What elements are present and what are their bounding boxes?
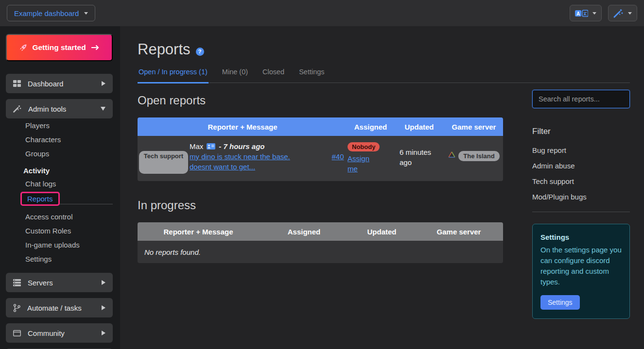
workspace-selector-label: Example dashboard [14,9,79,17]
settings-box-body: On the settings page you can configure d… [540,245,622,287]
sidebar-item-characters[interactable]: Characters [25,133,113,147]
magic-wand-icon [613,9,624,18]
sidebar-item-admin-tools[interactable]: Admin tools [6,99,113,118]
report-id-link[interactable]: #40 [331,152,344,161]
column-header-game-server: Game server [445,123,503,131]
sidebar-item-automate-tasks[interactable]: Automate / tasks [6,298,113,317]
magic-wand-icon [13,105,21,113]
tab-open-in-progress[interactable]: Open / In progress (1) [138,68,209,83]
tab-mine[interactable]: Mine (0) [221,68,249,83]
game-server-badge[interactable]: The Island [458,151,499,161]
ark-logo-icon [448,151,455,158]
column-header-updated: Updated [349,228,415,236]
chevron-down-icon [101,107,105,111]
sidebar-item-settings[interactable]: Settings [25,252,113,266]
svg-text:A: A [576,11,580,16]
in-progress-table-header: Reporter + Message Assigned Updated Game… [138,222,503,241]
sidebar-item-label: Dashboard [28,80,63,88]
sidebar-item-label: Community [28,329,65,337]
sidebar-item-groups[interactable]: Groups [25,147,113,161]
topbar: Example dashboard A [0,0,644,26]
assigned-nobody-badge: Nobody [348,142,380,151]
topbar-actions: A [570,5,637,21]
column-header-reporter-message: Reporter + Message [138,228,259,236]
open-reports-table-header: Reporter + Message Assigned Updated Game… [138,117,503,136]
sidebar-item-label: Admin tools [28,105,66,113]
settings-box-title: Settings [540,232,622,243]
chevron-down-icon [592,12,596,15]
report-row: Tech support Max [138,136,503,181]
report-assigned-cell: Nobody Assign me [348,142,394,174]
workspace-selector[interactable]: Example dashboard [7,5,95,21]
assign-me-link[interactable]: Assign me [348,153,373,174]
report-message-cell: Max - 7 [190,142,328,174]
filter-tech-support[interactable]: Tech support [532,177,630,185]
filter-bug-report[interactable]: Bug report [532,146,630,154]
sidebar-item-chat-logs[interactable]: Chat logs [25,177,113,191]
help-icon[interactable]: ? [196,48,204,56]
report-message-link[interactable]: my dino is stuck near the base. doesnt w… [190,151,311,172]
chevron-down-icon [628,12,632,15]
settings-button[interactable]: Settings [540,295,580,310]
report-time-ago: - 7 hours ago [219,142,264,150]
sidebar-item-reports[interactable]: Reports [20,192,60,206]
reporter-name: Max [190,142,203,150]
column-header-game-server: Game server [415,228,503,236]
tab-closed[interactable]: Closed [261,68,285,83]
no-reports-message: No reports found. [138,241,503,263]
language-selector-button[interactable]: A [570,5,602,21]
translate-icon: A [575,9,588,17]
sidebar-item-ingame-uploads[interactable]: In-game uploads [25,238,113,252]
column-header-reporter-message: Reporter + Message [138,123,348,131]
in-progress-heading: In progress [138,199,503,212]
sidebar-item-community[interactable]: Community [6,323,113,343]
sidebar-item-players[interactable]: Players [25,118,113,133]
divider [60,204,113,204]
column-header-assigned: Assigned [348,123,394,131]
page-title: Reports [138,41,191,58]
in-progress-table: Reporter + Message Assigned Updated Game… [138,222,503,263]
report-updated-cell: 6 minutes ago [394,142,437,174]
grid-icon [13,80,21,87]
sidebar-item-dashboard[interactable]: Dashboard [6,74,113,93]
divider [532,212,630,212]
right-panel: Filter Bug report Admin abuse Tech suppo… [532,89,630,319]
filter-heading: Filter [532,127,630,136]
open-reports-heading: Open reports [138,94,503,107]
browser-window-icon [13,330,21,336]
chevron-down-icon [84,12,88,15]
sidebar-item-custom-roles[interactable]: Custom Roles [25,224,113,238]
tools-menu-button[interactable] [608,5,637,21]
chevron-right-icon [102,305,105,310]
reports-tabs: Open / In progress (1) Mine (0) Closed S… [138,68,630,83]
sidebar-item-servers[interactable]: Servers [6,273,113,292]
sidebar-item-label: Servers [28,279,53,287]
id-card-icon[interactable] [207,143,215,150]
filter-admin-abuse[interactable]: Admin abuse [532,162,630,170]
sidebar: Getting started Dashboard [0,26,120,349]
report-type-cell: Tech support [138,142,190,174]
chevron-right-icon [102,81,105,86]
arrow-right-icon [91,45,99,50]
column-header-updated: Updated [394,123,445,131]
main-content: Reports ? Open / In progress (1) Mine (0… [120,26,644,349]
report-type-badge: Tech support [139,151,188,174]
filter-mod-plugin-bugs[interactable]: Mod/Plugin bugs [532,193,630,201]
reports-column: Open reports Reporter + Message Assigned… [138,89,503,319]
open-reports-table: Reporter + Message Assigned Updated Game… [138,117,503,181]
sidebar-item-reports-row: Reports [6,192,113,206]
servers-icon [13,279,21,286]
tab-settings[interactable]: Settings [298,68,325,83]
rocket-icon [19,44,27,51]
report-server-cell: The Island [445,142,503,174]
chevron-right-icon [102,331,105,335]
getting-started-button[interactable]: Getting started [6,34,113,61]
getting-started-label: Getting started [32,43,86,52]
column-header-assigned: Assigned [259,228,349,236]
sidebar-item-access-control[interactable]: Access control [25,210,113,224]
sidebar-item-label: Automate / tasks [27,304,82,312]
settings-info-box: Settings On the settings page you can co… [532,224,630,319]
chevron-right-icon [102,280,105,285]
branch-icon [13,304,20,312]
search-input[interactable] [532,90,630,108]
